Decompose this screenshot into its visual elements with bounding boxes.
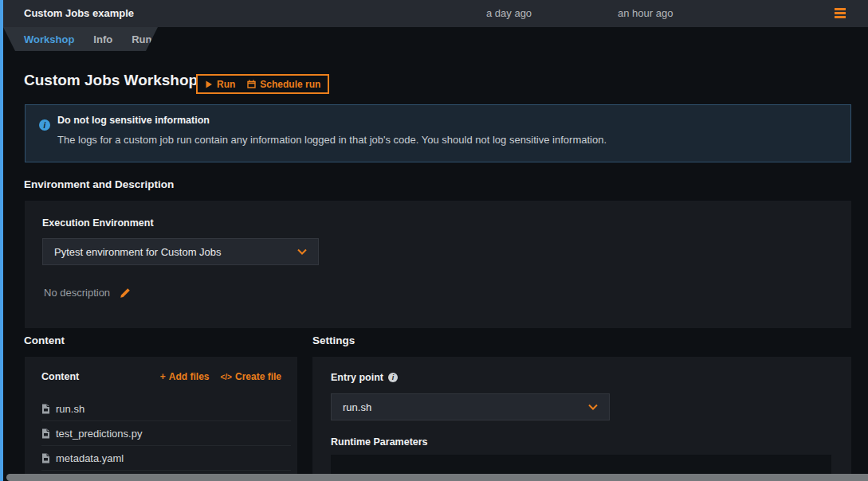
file-name: metadata.yaml	[56, 452, 124, 464]
content-panel-header: Content + Add files </> Create file	[41, 371, 281, 382]
add-files-button[interactable]: + Add files	[160, 371, 210, 382]
edit-description-button[interactable]	[120, 287, 131, 299]
tab-info[interactable]: Info	[93, 33, 112, 45]
description-row: No description	[44, 287, 131, 299]
entry-point-info-icon[interactable]: i	[388, 373, 398, 382]
calendar-icon	[247, 80, 256, 88]
file-icon	[41, 428, 50, 439]
environment-panel: Execution Environment Pytest environment…	[25, 201, 851, 328]
play-icon	[205, 80, 213, 88]
tab-group: Workshop Info Runs	[3, 27, 158, 51]
info-banner: i Do not log sensitive information The l…	[25, 104, 851, 162]
menu-icon[interactable]	[832, 6, 850, 21]
content-section-heading: Content	[24, 334, 65, 346]
file-list: run.sh test_predictions.py metadata.yaml	[25, 397, 297, 471]
app-window: Custom Jobs example a day ago an hour ag…	[0, 0, 868, 481]
description-placeholder: No description	[44, 287, 110, 299]
execution-environment-select[interactable]: Pytest environment for Custom Jobs	[42, 238, 319, 265]
content-panel-title: Content	[41, 371, 79, 382]
tab-bar: Workshop Info Runs	[0, 27, 868, 51]
entry-point-value: run.sh	[343, 401, 371, 413]
job-name: Custom Jobs example	[24, 0, 134, 27]
updated-timestamp: an hour ago	[618, 0, 673, 27]
topbar: Custom Jobs example a day ago an hour ag…	[0, 0, 868, 27]
runtime-parameters-label: Runtime Parameters	[331, 436, 428, 448]
run-button-label: Run	[217, 79, 235, 90]
chevron-down-icon	[588, 404, 598, 410]
page-title: Custom Jobs Workshop	[24, 72, 198, 89]
environment-section-heading: Environment and Description	[24, 178, 174, 190]
banner-title: Do not log sensitive information	[57, 115, 210, 126]
file-row-metadata-yaml[interactable]: metadata.yaml	[41, 446, 291, 471]
file-name: test_predictions.py	[56, 428, 142, 440]
file-icon	[41, 453, 50, 463]
settings-panel: Entry point i run.sh Runtime Parameters	[312, 357, 851, 481]
info-icon: i	[39, 119, 50, 131]
banner-body: The logs for a custom job run contain an…	[57, 134, 607, 146]
add-files-label: Add files	[169, 371, 210, 382]
file-icon	[41, 404, 50, 414]
run-button[interactable]: Run	[205, 79, 235, 90]
settings-section-heading: Settings	[312, 334, 355, 346]
pencil-icon	[120, 287, 131, 299]
entry-point-label-row: Entry point i	[331, 372, 398, 383]
file-name: run.sh	[56, 403, 84, 415]
schedule-run-button-label: Schedule run	[260, 79, 320, 90]
chevron-down-icon	[297, 248, 307, 255]
content-actions: + Add files </> Create file	[160, 371, 281, 382]
execution-environment-label: Execution Environment	[42, 217, 154, 229]
code-icon: </>	[221, 373, 232, 381]
plus-icon: +	[160, 371, 166, 382]
create-file-label: Create file	[235, 371, 281, 382]
file-row-test-predictions[interactable]: test_predictions.py	[41, 421, 291, 446]
content-panel: Content + Add files </> Create file run.…	[25, 357, 297, 481]
tab-runs[interactable]: Runs	[132, 33, 158, 45]
left-accent-bar	[0, 0, 3, 481]
file-row-run-sh[interactable]: run.sh	[41, 397, 291, 421]
create-file-button[interactable]: </> Create file	[221, 371, 282, 382]
horizontal-scrollbar[interactable]	[6, 474, 868, 481]
schedule-run-button[interactable]: Schedule run	[247, 79, 320, 90]
entry-point-label: Entry point	[331, 372, 383, 383]
entry-point-select[interactable]: run.sh	[331, 393, 610, 420]
execution-environment-value: Pytest environment for Custom Jobs	[54, 246, 222, 258]
created-timestamp: a day ago	[486, 0, 532, 27]
run-actions-group: Run Schedule run	[196, 74, 329, 94]
tab-workshop[interactable]: Workshop	[24, 33, 74, 45]
